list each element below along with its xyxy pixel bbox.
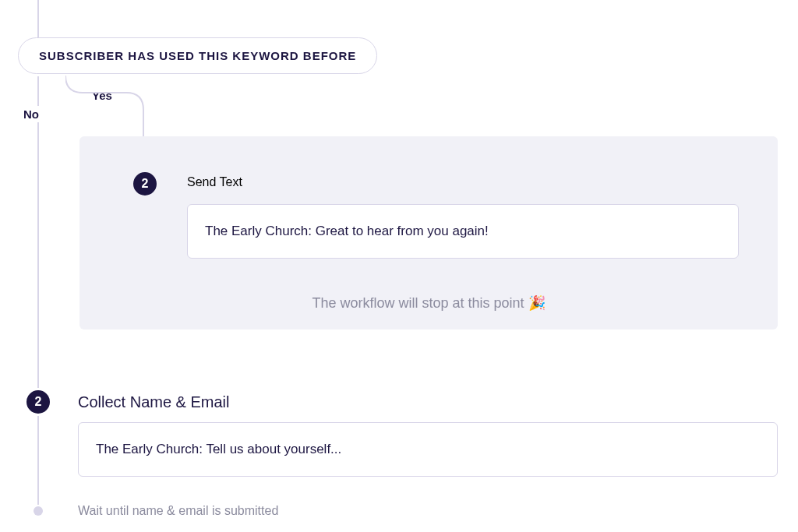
message-box-yes[interactable]: The Early Church: Great to hear from you… [187, 204, 739, 259]
step-title-send-text: Send Text [187, 175, 242, 189]
step-title-collect: Collect Name & Email [78, 393, 230, 411]
flow-line-main [37, 76, 39, 505]
branch-label-no: No [19, 106, 44, 122]
wait-text: Wait until name & email is submitted [78, 504, 278, 518]
flow-line-top [37, 0, 39, 39]
condition-node[interactable]: SUBSCRIBER HAS USED THIS KEYWORD BEFORE [18, 37, 377, 74]
step-badge-no: 2 [24, 388, 52, 416]
branch-label-yes: Yes [87, 87, 117, 104]
step-badge-yes: 2 [131, 170, 159, 198]
message-box-no[interactable]: The Early Church: Tell us about yourself… [78, 422, 778, 477]
workflow-stop-text: The workflow will stop at this point 🎉 [79, 294, 778, 312]
wait-dot [34, 506, 43, 516]
